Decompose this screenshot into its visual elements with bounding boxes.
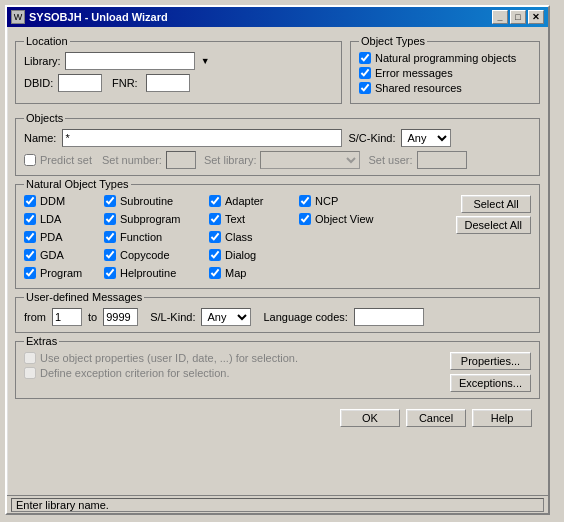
set-user-input[interactable] [417, 151, 467, 169]
subroutine-checkbox[interactable] [104, 195, 116, 207]
language-codes-label: Language codes: [263, 311, 347, 323]
natural-col-4: NCP Object View [299, 195, 399, 282]
set-library-label: Set library: [204, 154, 257, 166]
natural-object-types-group: Natural Object Types DDM LDA PDA GDA Pro… [15, 184, 540, 289]
status-text: Enter library name. [11, 498, 544, 512]
ok-button[interactable]: OK [340, 409, 400, 427]
predict-set-checkbox[interactable] [24, 154, 36, 166]
to-input[interactable] [103, 308, 138, 326]
user-defined-messages-group: User-defined Messages from to S/L-Kind: … [15, 297, 540, 333]
obj-type-natural: Natural programming objects [359, 52, 531, 64]
sl-kind-label: S/L-Kind: [150, 311, 195, 323]
extras-group: Extras Use object properties (user ID, d… [15, 341, 540, 399]
pda-checkbox[interactable] [24, 231, 36, 243]
from-label: from [24, 311, 46, 323]
sc-kind-label: S/C-Kind: [348, 132, 395, 144]
program-checkbox[interactable] [24, 267, 36, 279]
extras-buttons: Properties... Exceptions... [450, 352, 531, 392]
ddm-checkbox[interactable] [24, 195, 36, 207]
use-properties-label: Use object properties (user ID, date, ..… [40, 352, 298, 364]
class-checkbox[interactable] [209, 231, 221, 243]
set-number-label: Set number: [102, 154, 162, 166]
maximize-button[interactable]: □ [510, 10, 526, 24]
status-bar: Enter library name. [7, 495, 548, 513]
adapter-checkbox[interactable] [209, 195, 221, 207]
obj-type-errors: Error messages [359, 67, 531, 79]
objects-group: Objects Name: S/C-Kind: Any Source Catal… [15, 118, 540, 176]
window-icon: W [11, 10, 25, 24]
exceptions-button[interactable]: Exceptions... [450, 374, 531, 392]
set-user-label: Set user: [368, 154, 412, 166]
name-label: Name: [24, 132, 56, 144]
name-input[interactable] [62, 129, 342, 147]
predict-set-label: Predict set [40, 154, 92, 166]
obj-type-natural-label: Natural programming objects [375, 52, 516, 64]
from-input[interactable] [52, 308, 82, 326]
obj-type-natural-checkbox[interactable] [359, 52, 371, 64]
text-checkbox[interactable] [209, 213, 221, 225]
object-view-checkbox[interactable] [299, 213, 311, 225]
library-row: Library: ▼ [24, 52, 333, 70]
obj-type-errors-checkbox[interactable] [359, 67, 371, 79]
sc-kind-select[interactable]: Any Source Cataloged [401, 129, 451, 147]
define-exception-label: Define exception criterion for selection… [40, 367, 230, 379]
define-exception-checkbox[interactable] [24, 367, 36, 379]
use-properties-checkbox[interactable] [24, 352, 36, 364]
select-deselect-col: Select All Deselect All [456, 195, 531, 282]
cancel-button[interactable]: Cancel [406, 409, 466, 427]
library-input[interactable] [65, 52, 195, 70]
deselect-all-button[interactable]: Deselect All [456, 216, 531, 234]
window-title: SYSOBJH - Unload Wizard [29, 11, 168, 23]
dialog-checkbox[interactable] [209, 249, 221, 261]
main-window: W SYSOBJH - Unload Wizard _ □ ✕ Location… [5, 5, 550, 515]
natural-col-1: DDM LDA PDA GDA Program [24, 195, 104, 282]
extras-group-label: Extras [24, 335, 59, 347]
location-group: Location Library: ▼ DBID: FNR: [15, 41, 342, 104]
fnr-input[interactable] [146, 74, 190, 92]
objects-group-label: Objects [24, 112, 65, 124]
obj-type-errors-label: Error messages [375, 67, 453, 79]
properties-button[interactable]: Properties... [450, 352, 531, 370]
object-types-label: Object Types [359, 35, 427, 47]
natural-col-3: Adapter Text Class Dialog Map [209, 195, 299, 282]
close-button[interactable]: ✕ [528, 10, 544, 24]
title-bar: W SYSOBJH - Unload Wizard _ □ ✕ [7, 7, 548, 27]
top-row: Location Library: ▼ DBID: FNR: Object Ty… [15, 33, 540, 110]
obj-type-shared-checkbox[interactable] [359, 82, 371, 94]
ncp-checkbox[interactable] [299, 195, 311, 207]
dbid-input[interactable] [58, 74, 102, 92]
dbid-label: DBID: [24, 77, 54, 89]
subprogram-checkbox[interactable] [104, 213, 116, 225]
obj-type-shared-label: Shared resources [375, 82, 462, 94]
lda-checkbox[interactable] [24, 213, 36, 225]
sl-kind-select[interactable]: Any Source Cataloged [201, 308, 251, 326]
gda-checkbox[interactable] [24, 249, 36, 261]
library-label: Library: [24, 55, 61, 67]
natural-object-types-label: Natural Object Types [24, 178, 131, 190]
location-group-label: Location [24, 35, 70, 47]
function-checkbox[interactable] [104, 231, 116, 243]
minimize-button[interactable]: _ [492, 10, 508, 24]
to-label: to [88, 311, 97, 323]
object-types-group: Object Types Natural programming objects… [350, 41, 540, 104]
obj-type-shared: Shared resources [359, 82, 531, 94]
copycode-checkbox[interactable] [104, 249, 116, 261]
map-checkbox[interactable] [209, 267, 221, 279]
language-codes-input[interactable] [354, 308, 424, 326]
user-defined-messages-label: User-defined Messages [24, 291, 144, 303]
set-library-select[interactable] [260, 151, 360, 169]
main-content: Location Library: ▼ DBID: FNR: Object Ty… [7, 27, 548, 437]
bottom-bar: OK Cancel Help [15, 405, 540, 431]
select-all-button[interactable]: Select All [461, 195, 531, 213]
dbid-fnr-row: DBID: FNR: [24, 74, 333, 92]
help-button[interactable]: Help [472, 409, 532, 427]
natural-col-2: Subroutine Subprogram Function Copycode … [104, 195, 209, 282]
fnr-label: FNR: [112, 77, 142, 89]
set-number-input[interactable] [166, 151, 196, 169]
helproutine-checkbox[interactable] [104, 267, 116, 279]
